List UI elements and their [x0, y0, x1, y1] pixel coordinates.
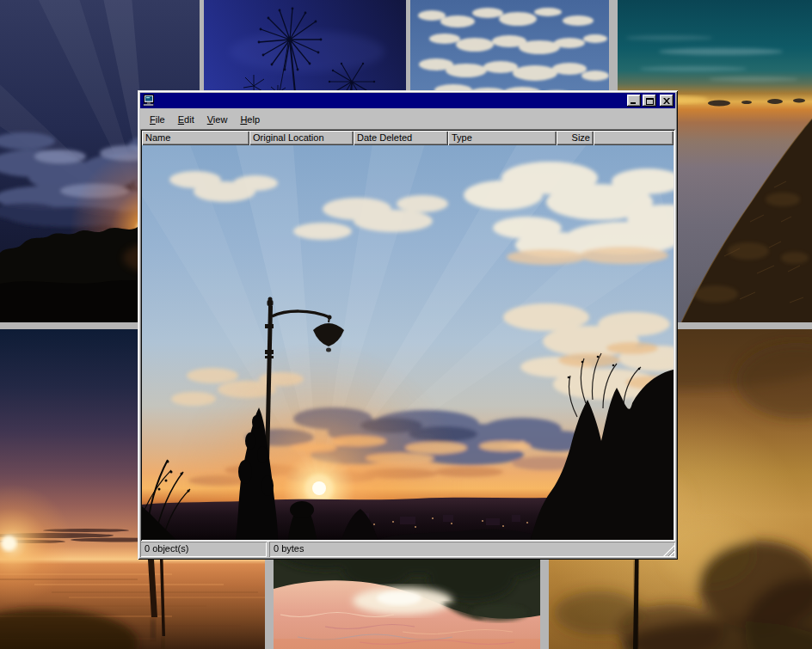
computer-icon: [142, 95, 156, 107]
list-background-photo: [142, 145, 674, 540]
column-header-original-location[interactable]: Original Location: [249, 131, 354, 145]
close-icon: [663, 98, 670, 104]
minimize-button[interactable]: [627, 95, 641, 107]
menu-help[interactable]: Help: [234, 111, 267, 127]
column-header-size[interactable]: Size: [557, 131, 594, 145]
column-header-name[interactable]: Name: [142, 131, 249, 145]
column-headers: NameOriginal LocationDate DeletedTypeSiz…: [142, 131, 674, 145]
status-objects-label: 0 object(s): [145, 543, 188, 554]
minimize-icon: [631, 98, 637, 104]
desktop: FileEditViewHelp NameOriginal LocationDa…: [0, 0, 812, 649]
status-objects: 0 object(s): [140, 542, 267, 557]
menu-bar: FileEditViewHelp: [140, 108, 675, 129]
status-bytes: 0 bytes: [269, 542, 675, 557]
close-button[interactable]: [660, 95, 674, 107]
column-header-date-deleted[interactable]: Date Deleted: [354, 131, 448, 145]
column-header-type[interactable]: Type: [448, 131, 557, 145]
maximize-icon: [646, 98, 654, 105]
maximize-button[interactable]: [643, 95, 656, 107]
menu-file[interactable]: File: [144, 111, 172, 127]
titlebar-controls: [627, 95, 674, 107]
menu-view[interactable]: View: [201, 111, 235, 127]
recycle-bin-window: FileEditViewHelp NameOriginal LocationDa…: [138, 90, 678, 560]
window-titlebar[interactable]: [140, 93, 675, 108]
status-bytes-label: 0 bytes: [274, 543, 304, 554]
status-bar: 0 object(s) 0 bytes: [140, 542, 675, 557]
sunset-lamp-photo-art: [142, 145, 674, 540]
menu-edit[interactable]: Edit: [172, 111, 201, 127]
column-header-blank[interactable]: [594, 131, 674, 145]
file-list-area[interactable]: NameOriginal LocationDate DeletedTypeSiz…: [140, 129, 675, 542]
